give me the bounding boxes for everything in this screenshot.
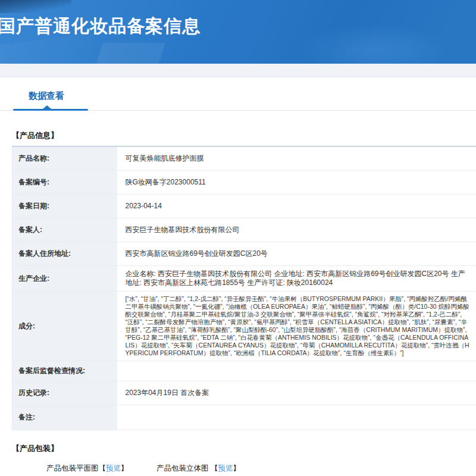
tab-underline <box>0 110 476 116</box>
row-value: 西安巨子生物基因技术股份有限公司 <box>117 218 476 242</box>
row-value: 可复美焕能肌底修护面膜 <box>117 146 476 171</box>
product-info-table-body: 产品名称: 可复美焕能肌底修护面膜 备案编号: 陕G妆网备字2023000511… <box>12 146 476 430</box>
tab-bar: 数据查看 <box>0 77 476 116</box>
page-title: 国产普通化妆品备案信息 <box>0 14 201 39</box>
page-banner: 国产普通化妆品备案信息 <box>0 0 476 64</box>
row-label: 备案人住所地址: <box>12 242 117 266</box>
banner-decor-block <box>93 43 165 64</box>
table-row: 备注: <box>12 405 476 430</box>
table-row: 生产企业: 企业名称: 西安巨子生物基因技术股份有限公司 企业地址: 西安市高新… <box>12 266 476 292</box>
table-row: 备案编号: 陕G妆网备字2023000511 <box>12 171 476 195</box>
packaging-3d-label: 产品包装立体图 【 <box>156 464 218 472</box>
packaging-flat-item: 产品包装平面图【预览】 <box>46 464 129 474</box>
product-info-table: 产品名称: 可复美焕能肌底修护面膜 备案编号: 陕G妆网备字2023000511… <box>12 146 476 430</box>
table-row: 产品名称: 可复美焕能肌底修护面膜 <box>12 146 476 171</box>
banner-substrip <box>0 64 476 77</box>
table-row: 成分: [“水”, “甘油”, “丁二醇”, “1,2-戊二醇”, “异壬酸异壬… <box>12 292 476 361</box>
row-label: 生产企业: <box>12 266 117 292</box>
row-value: 2023年04月19日 首次备案 <box>117 381 476 405</box>
row-value <box>117 361 476 381</box>
packaging-items: 产品包装平面图【预览】 产品包装立体图 【预览】 <box>46 464 476 474</box>
packaging-3d-preview-link[interactable]: 预览 <box>218 464 233 472</box>
packaging-3d-bracket-close: 】 <box>233 464 240 472</box>
row-label: 备案后监督检查情况: <box>12 361 117 381</box>
packaging-flat-label: 产品包装平面图【 <box>46 464 106 472</box>
section-heading-product-info: 【产品信息】 <box>12 130 476 141</box>
section-heading-packaging: 【产品包装】 <box>12 443 476 454</box>
table-row: 备案人: 西安巨子生物基因技术股份有限公司 <box>12 218 476 242</box>
row-label: 备案人: <box>12 218 117 242</box>
tab-active-indicator <box>13 109 88 111</box>
packaging-3d-item: 产品包装立体图 【预览】 <box>156 464 240 474</box>
table-row: 备案人住所地址: 西安市高新区锦业路69号创业研发园C区20号 <box>12 242 476 266</box>
packaging-flat-bracket-close: 】 <box>121 464 129 472</box>
row-label: 备案日期: <box>12 195 117 218</box>
row-label: 备注: <box>12 405 117 430</box>
row-label: 成分: <box>12 292 117 361</box>
packaging-flat-preview-link[interactable]: 预览 <box>106 464 121 472</box>
row-value: 企业名称: 西安巨子生物基因技术股份有限公司 企业地址: 西安市高新区锦业路69… <box>117 266 476 292</box>
row-value <box>117 405 476 430</box>
row-value: 陕G妆网备字2023000511 <box>117 171 476 195</box>
banner-decor-dark-corner <box>0 0 71 13</box>
table-row: 备案日期: 2023-04-14 <box>12 195 476 218</box>
row-value: 西安市高新区锦业路69号创业研发园C区20号 <box>117 242 476 266</box>
row-label: 备案编号: <box>12 171 117 195</box>
row-label: 产品名称: <box>12 146 117 171</box>
row-value: 2023-04-14 <box>117 195 476 218</box>
table-row: 备案后监督检查情况: <box>12 361 476 381</box>
row-label: 历史记录: <box>12 381 117 405</box>
banner-decor-glow <box>298 24 452 64</box>
table-row: 历史记录: 2023年04月19日 首次备案 <box>12 381 476 405</box>
row-value: [“水”, “甘油”, “丁二醇”, “1,2-戊二醇”, “异壬酸异壬酯”, … <box>117 292 476 361</box>
